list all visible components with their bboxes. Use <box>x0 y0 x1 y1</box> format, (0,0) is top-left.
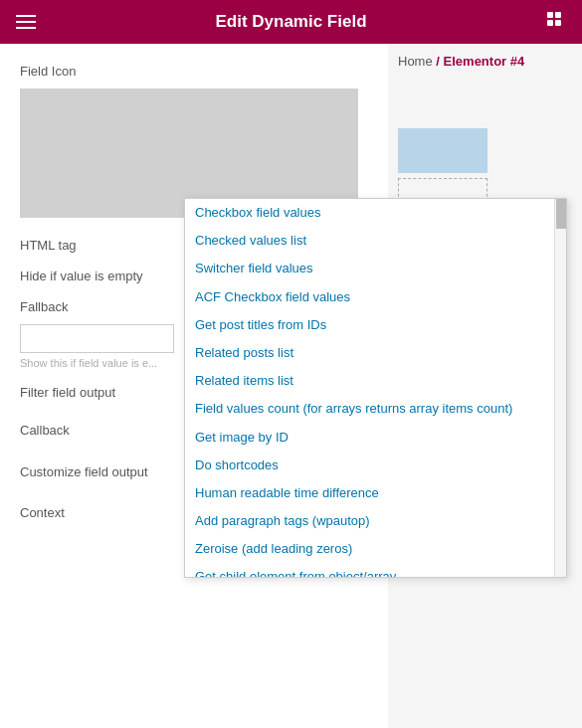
fallback-input[interactable] <box>20 324 174 353</box>
dropdown-item[interactable]: Checked values list <box>185 227 566 255</box>
svg-rect-3 <box>555 20 561 26</box>
dropdown-item[interactable]: Get post titles from IDs <box>185 311 566 339</box>
callback-label: Callback <box>20 423 199 438</box>
dropdown-item[interactable]: Switcher field values <box>185 255 566 282</box>
scrollbar-track[interactable] <box>554 199 566 577</box>
svg-rect-2 <box>547 20 553 26</box>
main-container: Field Icon HTML tag Hide if value is emp… <box>0 44 582 728</box>
dropdown-item[interactable]: Related posts list <box>185 339 566 367</box>
dropdown-item[interactable]: ACF Checkbox field values <box>185 283 566 311</box>
breadcrumb: Home / Elementor #4 <box>398 54 572 69</box>
context-label: Context <box>20 505 199 520</box>
breadcrumb-separator: / <box>436 54 440 69</box>
dropdown-item[interactable]: Add paragraph tags (wpautop) <box>185 507 566 535</box>
header: Edit Dynamic Field <box>0 0 582 44</box>
dropdown-item[interactable]: Human readable time difference <box>185 479 566 507</box>
right-content-box <box>398 128 487 173</box>
dropdown-item[interactable]: Field values count (for arrays returns a… <box>185 395 566 423</box>
dropdown-item[interactable]: Related items list <box>185 367 566 395</box>
header-title: Edit Dynamic Field <box>215 12 366 32</box>
customize-field-output-label: Customize field output <box>20 464 199 479</box>
scrollbar-thumb <box>556 199 566 229</box>
breadcrumb-current: Elementor #4 <box>444 54 525 69</box>
dropdown-overlay: Checkbox field valuesChecked values list… <box>184 198 567 578</box>
svg-rect-1 <box>555 12 561 18</box>
dropdown-item[interactable]: Get child element from object/array <box>185 563 566 577</box>
filter-field-output-label: Filter field output <box>20 385 199 400</box>
breadcrumb-home[interactable]: Home <box>398 54 433 69</box>
dropdown-item[interactable]: Checkbox field values <box>185 199 566 227</box>
dropdown-item[interactable]: Zeroise (add leading zeros) <box>185 535 566 563</box>
field-icon-label: Field Icon <box>20 64 368 79</box>
grid-icon[interactable] <box>546 11 566 34</box>
dropdown-item[interactable]: Do shortcodes <box>185 452 566 479</box>
hide-if-empty-label: Hide if value is empty <box>20 269 199 283</box>
dropdown-list: Checkbox field valuesChecked values list… <box>185 199 566 577</box>
svg-rect-0 <box>547 12 553 18</box>
dropdown-item[interactable]: Get image by ID <box>185 424 566 452</box>
hamburger-menu-icon[interactable] <box>16 15 36 29</box>
